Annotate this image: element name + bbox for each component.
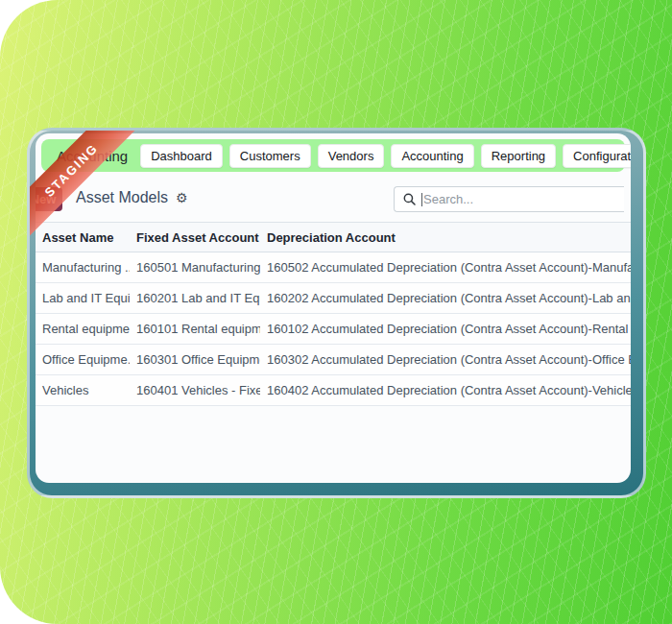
- control-panel: New Asset Models ⚙: [36, 178, 631, 221]
- menu-item-configuration[interactable]: Configuration: [563, 144, 631, 168]
- app-window-frame: Accounting Dashboard Customers Vendors A…: [27, 128, 646, 498]
- cell-depreciation-account[interactable]: 160402 Accumulated Depreciation (Contra …: [260, 383, 631, 397]
- page-background: Accounting Dashboard Customers Vendors A…: [0, 0, 672, 624]
- menu-item-vendors[interactable]: Vendors: [318, 144, 385, 168]
- table-row[interactable]: Manufacturing ... 160501 Manufacturing .…: [36, 252, 631, 283]
- table-header-row: Asset Name Fixed Asset Account Depreciat…: [36, 223, 631, 252]
- column-header-asset-name[interactable]: Asset Name: [36, 230, 130, 245]
- page-title: Asset Models: [76, 189, 168, 206]
- cell-asset-name[interactable]: Vehicles: [36, 383, 130, 397]
- table-row[interactable]: Vehicles 160401 Vehicles - Fixed ... 160…: [36, 375, 631, 406]
- main-menu: Dashboard Customers Vendors Accounting R…: [140, 144, 631, 168]
- cell-asset-name[interactable]: Lab and IT Equi...: [36, 291, 130, 305]
- cell-depreciation-account[interactable]: 160302 Accumulated Depreciation (Contra …: [260, 352, 631, 367]
- gear-icon[interactable]: ⚙: [176, 190, 188, 205]
- table-row[interactable]: Lab and IT Equi... 160201 Lab and IT Equ…: [36, 283, 631, 314]
- table-row[interactable]: Rental equipment 160101 Rental equipment…: [36, 314, 631, 345]
- menu-item-reporting[interactable]: Reporting: [481, 144, 556, 168]
- column-header-depreciation-account[interactable]: Depreciation Account: [260, 230, 631, 245]
- cell-depreciation-account[interactable]: 160102 Accumulated Depreciation (Contra …: [260, 322, 631, 336]
- menu-item-customers[interactable]: Customers: [229, 144, 311, 168]
- search-input[interactable]: [423, 192, 618, 206]
- cell-fixed-asset-account[interactable]: 160201 Lab and IT Equi...: [130, 291, 260, 305]
- cell-fixed-asset-account[interactable]: 160401 Vehicles - Fixed ...: [130, 383, 260, 397]
- cell-depreciation-account[interactable]: 160502 Accumulated Depreciation (Contra …: [260, 260, 631, 275]
- menu-item-accounting[interactable]: Accounting: [391, 144, 473, 168]
- search-box[interactable]: [394, 186, 624, 212]
- top-navbar: Accounting Dashboard Customers Vendors A…: [41, 139, 625, 172]
- search-icon: [403, 193, 416, 205]
- cell-fixed-asset-account[interactable]: 160101 Rental equipment: [130, 322, 260, 336]
- column-header-fixed-asset-account[interactable]: Fixed Asset Account: [130, 230, 260, 245]
- asset-models-table: Asset Name Fixed Asset Account Depreciat…: [36, 222, 631, 406]
- app-card: Accounting Dashboard Customers Vendors A…: [36, 133, 631, 483]
- text-caret: [421, 193, 422, 206]
- cell-asset-name[interactable]: Manufacturing ...: [36, 260, 130, 275]
- cell-fixed-asset-account[interactable]: 160301 Office Equipme...: [130, 352, 260, 367]
- menu-item-dashboard[interactable]: Dashboard: [140, 144, 223, 168]
- cell-asset-name[interactable]: Rental equipment: [36, 322, 130, 336]
- cell-depreciation-account[interactable]: 160202 Accumulated Depreciation (Contra …: [260, 291, 631, 305]
- table-row[interactable]: Office Equipme... 160301 Office Equipme.…: [36, 345, 631, 375]
- cell-asset-name[interactable]: Office Equipme...: [36, 352, 130, 367]
- cell-fixed-asset-account[interactable]: 160501 Manufacturing ...: [130, 260, 260, 275]
